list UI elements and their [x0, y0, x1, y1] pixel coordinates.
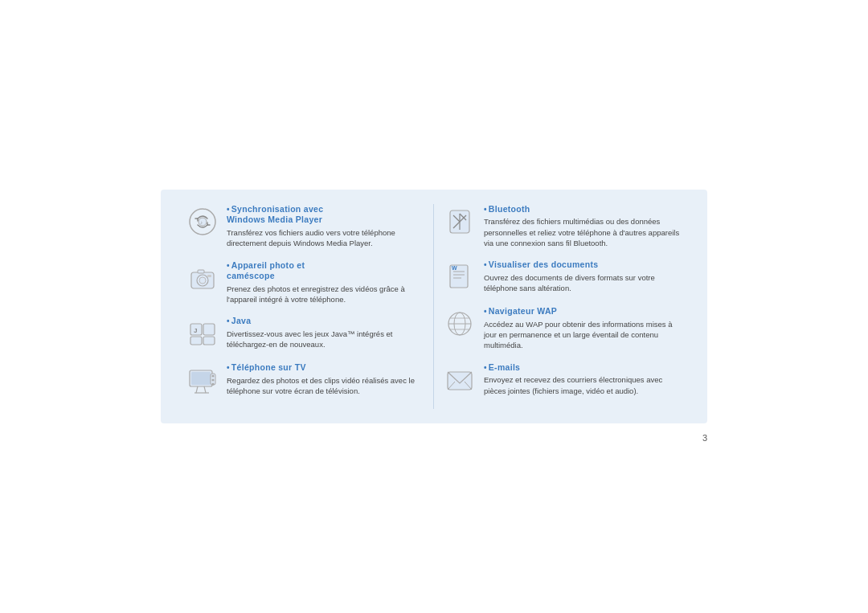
docs-desc: Ouvrez des documents de divers formats s… [484, 272, 683, 294]
svg-rect-7 [207, 275, 211, 277]
svg-line-16 [204, 386, 206, 393]
feature-sync: ♪ •Synchronisation avecWindows Media Pla… [185, 204, 425, 249]
page-container: ♪ •Synchronisation avecWindows Media Pla… [0, 0, 868, 613]
feature-docs: W •Visualiser des documents Ouvrez des d… [442, 260, 683, 295]
tv-text: •Téléphone sur TV Regardez des photos et… [227, 362, 425, 396]
camera-title: •Appareil photo etcaméscope [227, 260, 425, 282]
svg-point-20 [212, 379, 215, 382]
svg-point-19 [212, 375, 215, 378]
page-number: 3 [702, 433, 707, 443]
bluetooth-title: •Bluetooth [484, 204, 683, 215]
feature-bluetooth: •Bluetooth Transférez des fichiers multi… [442, 204, 683, 249]
sync-desc: Transférez vos fichiers audio vers votre… [227, 227, 425, 249]
docs-text: •Visualiser des documents Ouvrez des doc… [484, 260, 683, 293]
svg-text:J: J [194, 327, 197, 334]
email-desc: Envoyez et recevez des courriers électro… [484, 374, 683, 396]
tv-icon [185, 362, 220, 398]
email-text: •E-mails Envoyez et recevez des courrier… [484, 362, 683, 396]
svg-rect-10 [190, 337, 202, 345]
wap-text: •Navigateur WAP Accédez au WAP pour obte… [484, 306, 683, 351]
java-text: •Java Divertissez-vous avec les jeux Jav… [227, 316, 425, 349]
svg-rect-9 [203, 324, 215, 335]
feature-java: J •Java Divertissez-vous avec les jeux J… [185, 316, 425, 351]
docs-icon: W [442, 260, 477, 295]
java-title: •Java [227, 316, 425, 327]
feature-tv: •Téléphone sur TV Regardez des photos et… [185, 362, 425, 398]
camera-desc: Prenez des photos et enregistrez des vid… [227, 284, 425, 305]
tv-title: •Téléphone sur TV [227, 362, 425, 374]
svg-text:W: W [452, 265, 457, 271]
email-icon [442, 362, 477, 398]
sync-title: •Synchronisation avecWindows Media Playe… [227, 204, 425, 226]
right-column: •Bluetooth Transférez des fichiers multi… [434, 204, 691, 410]
docs-title: •Visualiser des documents [484, 260, 683, 271]
feature-email: •E-mails Envoyez et recevez des courrier… [442, 362, 683, 398]
svg-rect-14 [191, 372, 211, 385]
content-box: ♪ •Synchronisation avecWindows Media Pla… [161, 190, 707, 424]
sync-icon: ♪ [185, 204, 220, 239]
svg-line-15 [196, 386, 198, 393]
camera-icon [185, 260, 220, 296]
svg-rect-38 [448, 372, 472, 390]
bluetooth-text: •Bluetooth Transférez des fichiers multi… [484, 204, 683, 249]
camera-text: •Appareil photo etcaméscope Prenez des p… [227, 260, 425, 305]
bluetooth-desc: Transférez des fichiers multimédias ou d… [484, 216, 683, 248]
wap-desc: Accédez au WAP pour obtenir des informat… [484, 319, 683, 351]
svg-rect-11 [203, 337, 215, 345]
svg-text:♪: ♪ [200, 220, 203, 225]
java-desc: Divertissez-vous avec les jeux Java™ int… [227, 329, 425, 350]
bluetooth-icon [442, 204, 477, 239]
tv-desc: Regardez des photos et des clips vidéo r… [227, 375, 425, 397]
java-icon: J [185, 316, 220, 351]
wap-icon [442, 306, 477, 341]
wap-title: •Navigateur WAP [484, 306, 683, 317]
email-title: •E-mails [484, 362, 683, 374]
sync-text: •Synchronisation avecWindows Media Playe… [227, 204, 425, 249]
svg-point-21 [212, 383, 215, 386]
svg-rect-6 [198, 270, 204, 273]
feature-wap: •Navigateur WAP Accédez au WAP pour obte… [442, 306, 683, 351]
feature-camera: •Appareil photo etcaméscope Prenez des p… [185, 260, 425, 305]
left-column: ♪ •Synchronisation avecWindows Media Pla… [177, 204, 434, 410]
